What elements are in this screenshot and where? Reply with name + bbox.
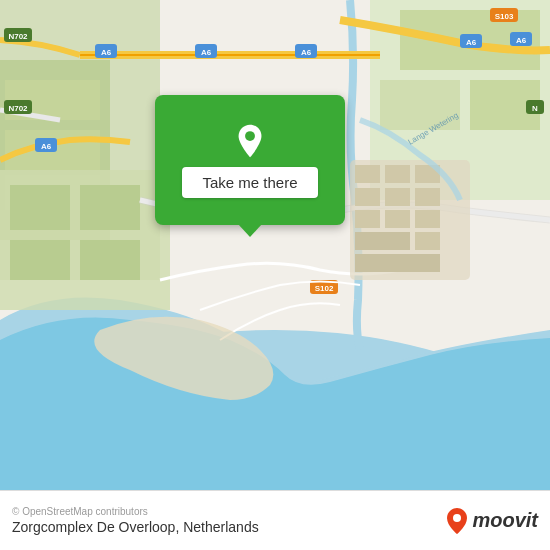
svg-rect-42 [355,188,380,206]
svg-text:N: N [532,104,538,113]
moovit-pin-icon [446,507,468,535]
svg-rect-40 [385,165,410,183]
svg-text:A6: A6 [101,48,112,57]
location-pin-icon [232,123,268,159]
svg-text:S103: S103 [495,12,514,21]
take-me-there-button[interactable]: Take me there [182,167,317,198]
svg-text:A6: A6 [516,36,527,45]
svg-rect-46 [385,210,410,228]
info-left: © OpenStreetMap contributors Zorgcomplex… [12,506,259,535]
map-container: A6 A6 A6 A6 A6 N702 N702 A6 S102 S103 [0,0,550,490]
location-popup: Take me there [155,95,345,225]
map-popup: Take me there [155,95,345,225]
svg-text:A6: A6 [301,48,312,57]
moovit-brand-text: moovit [472,509,538,532]
svg-rect-45 [355,210,380,228]
svg-rect-43 [385,188,410,206]
copyright-text: © OpenStreetMap contributors [12,506,259,517]
svg-text:S102: S102 [315,284,334,293]
svg-rect-50 [355,254,440,272]
svg-point-53 [453,514,461,522]
svg-rect-39 [355,165,380,183]
svg-rect-44 [415,188,440,206]
svg-rect-9 [80,185,140,230]
svg-rect-48 [355,232,410,250]
info-bar: © OpenStreetMap contributors Zorgcomplex… [0,490,550,550]
svg-text:A6: A6 [201,48,212,57]
svg-rect-49 [415,232,440,250]
svg-text:N702: N702 [8,32,28,41]
svg-text:A6: A6 [466,38,477,47]
svg-rect-47 [415,210,440,228]
svg-point-52 [245,131,255,141]
moovit-logo: moovit [446,507,538,535]
svg-rect-11 [80,240,140,280]
svg-rect-10 [10,240,70,280]
location-name: Zorgcomplex De Overloop, Netherlands [12,519,259,535]
svg-text:N702: N702 [8,104,28,113]
svg-text:A6: A6 [41,142,52,151]
svg-rect-8 [10,185,70,230]
